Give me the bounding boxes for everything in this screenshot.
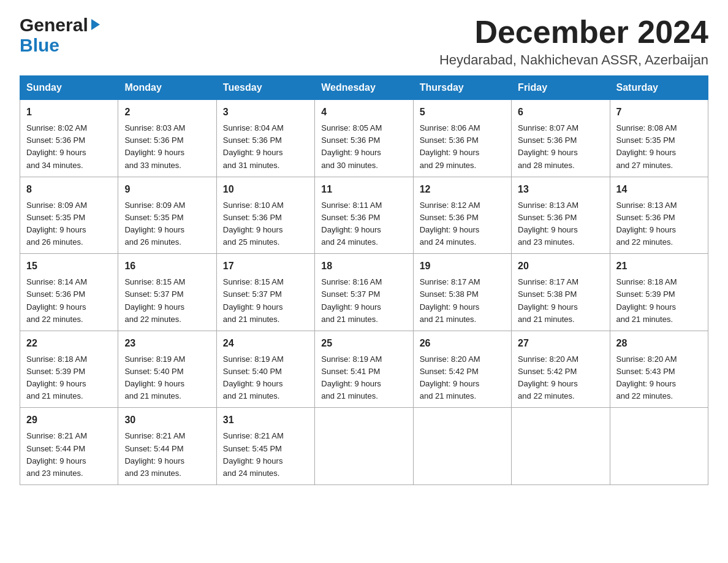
day-info: Sunrise: 8:13 AMSunset: 5:36 PMDaylight:…	[518, 201, 578, 247]
calendar-day-29: 29Sunrise: 8:21 AMSunset: 5:44 PMDayligh…	[20, 408, 118, 485]
calendar-day-25: 25Sunrise: 8:19 AMSunset: 5:41 PMDayligh…	[315, 331, 413, 408]
day-number: 17	[223, 259, 308, 274]
logo-arrow-icon	[90, 18, 101, 34]
day-number: 9	[124, 182, 210, 197]
day-number: 21	[616, 259, 702, 274]
day-number: 31	[223, 413, 308, 427]
day-info: Sunrise: 8:03 AMSunset: 5:36 PMDaylight:…	[124, 123, 185, 169]
calendar-day-12: 12Sunrise: 8:12 AMSunset: 5:36 PMDayligh…	[413, 177, 511, 254]
day-number: 2	[124, 105, 210, 120]
day-number: 22	[26, 336, 112, 351]
day-number: 24	[223, 336, 308, 351]
page-title: December 2024	[439, 15, 708, 50]
calendar-day-31: 31Sunrise: 8:21 AMSunset: 5:45 PMDayligh…	[216, 408, 314, 485]
day-number: 29	[26, 413, 112, 427]
day-number: 18	[321, 259, 406, 274]
day-info: Sunrise: 8:07 AMSunset: 5:36 PMDaylight:…	[518, 123, 578, 169]
day-info: Sunrise: 8:12 AMSunset: 5:36 PMDaylight:…	[420, 201, 480, 247]
day-number: 3	[223, 105, 308, 120]
day-info: Sunrise: 8:19 AMSunset: 5:41 PMDaylight:…	[321, 354, 382, 400]
calendar-week-1: 1Sunrise: 8:02 AMSunset: 5:36 PMDaylight…	[20, 100, 708, 177]
header-friday: Friday	[512, 76, 610, 100]
day-info: Sunrise: 8:14 AMSunset: 5:36 PMDaylight:…	[26, 277, 87, 323]
calendar-day-18: 18Sunrise: 8:16 AMSunset: 5:37 PMDayligh…	[315, 254, 413, 331]
day-info: Sunrise: 8:04 AMSunset: 5:36 PMDaylight:…	[223, 123, 284, 169]
calendar-day-6: 6Sunrise: 8:07 AMSunset: 5:36 PMDaylight…	[512, 100, 610, 177]
calendar-week-3: 15Sunrise: 8:14 AMSunset: 5:36 PMDayligh…	[20, 254, 708, 331]
title-block: December 2024 Heydarabad, Nakhichevan AS…	[439, 15, 708, 68]
calendar-day-20: 20Sunrise: 8:17 AMSunset: 5:38 PMDayligh…	[512, 254, 610, 331]
day-info: Sunrise: 8:21 AMSunset: 5:44 PMDaylight:…	[124, 431, 185, 477]
logo: General Blue	[20, 15, 101, 55]
header-saturday: Saturday	[610, 76, 708, 100]
day-info: Sunrise: 8:13 AMSunset: 5:36 PMDaylight:…	[616, 201, 677, 247]
day-info: Sunrise: 8:16 AMSunset: 5:37 PMDaylight:…	[321, 277, 382, 323]
day-number: 5	[420, 105, 505, 120]
calendar-week-4: 22Sunrise: 8:18 AMSunset: 5:39 PMDayligh…	[20, 331, 708, 408]
calendar-day-14: 14Sunrise: 8:13 AMSunset: 5:36 PMDayligh…	[610, 177, 708, 254]
page-subtitle: Heydarabad, Nakhichevan ASSR, Azerbaijan	[439, 52, 708, 68]
day-info: Sunrise: 8:19 AMSunset: 5:40 PMDaylight:…	[223, 354, 284, 400]
calendar-header-row: SundayMondayTuesdayWednesdayThursdayFrid…	[20, 76, 708, 100]
calendar-day-30: 30Sunrise: 8:21 AMSunset: 5:44 PMDayligh…	[118, 408, 216, 485]
day-info: Sunrise: 8:02 AMSunset: 5:36 PMDaylight:…	[26, 123, 87, 169]
day-info: Sunrise: 8:17 AMSunset: 5:38 PMDaylight:…	[420, 277, 480, 323]
day-number: 7	[616, 105, 702, 120]
calendar-empty	[315, 408, 413, 485]
day-number: 19	[420, 259, 505, 274]
calendar-day-5: 5Sunrise: 8:06 AMSunset: 5:36 PMDaylight…	[413, 100, 511, 177]
calendar-day-15: 15Sunrise: 8:14 AMSunset: 5:36 PMDayligh…	[20, 254, 118, 331]
day-number: 1	[26, 105, 112, 120]
calendar-day-7: 7Sunrise: 8:08 AMSunset: 5:35 PMDaylight…	[610, 100, 708, 177]
day-number: 20	[518, 259, 603, 274]
calendar-day-28: 28Sunrise: 8:20 AMSunset: 5:43 PMDayligh…	[610, 331, 708, 408]
day-number: 23	[124, 336, 210, 351]
day-info: Sunrise: 8:21 AMSunset: 5:44 PMDaylight:…	[26, 431, 87, 477]
day-info: Sunrise: 8:21 AMSunset: 5:45 PMDaylight:…	[223, 431, 284, 477]
day-info: Sunrise: 8:18 AMSunset: 5:39 PMDaylight:…	[616, 277, 677, 323]
calendar-day-19: 19Sunrise: 8:17 AMSunset: 5:38 PMDayligh…	[413, 254, 511, 331]
calendar-day-22: 22Sunrise: 8:18 AMSunset: 5:39 PMDayligh…	[20, 331, 118, 408]
calendar-day-1: 1Sunrise: 8:02 AMSunset: 5:36 PMDaylight…	[20, 100, 118, 177]
header-wednesday: Wednesday	[315, 76, 413, 100]
day-number: 25	[321, 336, 406, 351]
day-info: Sunrise: 8:18 AMSunset: 5:39 PMDaylight:…	[26, 354, 87, 400]
day-info: Sunrise: 8:08 AMSunset: 5:35 PMDaylight:…	[616, 123, 677, 169]
calendar-day-26: 26Sunrise: 8:20 AMSunset: 5:42 PMDayligh…	[413, 331, 511, 408]
day-number: 28	[616, 336, 702, 351]
day-info: Sunrise: 8:19 AMSunset: 5:40 PMDaylight:…	[124, 354, 185, 400]
day-info: Sunrise: 8:20 AMSunset: 5:43 PMDaylight:…	[616, 354, 677, 400]
day-info: Sunrise: 8:09 AMSunset: 5:35 PMDaylight:…	[124, 201, 185, 247]
logo-blue: Blue	[20, 35, 59, 55]
day-info: Sunrise: 8:10 AMSunset: 5:36 PMDaylight:…	[223, 201, 284, 247]
calendar-empty	[512, 408, 610, 485]
page-header: General Blue December 2024 Heydarabad, N…	[20, 15, 708, 68]
day-number: 8	[26, 182, 112, 197]
calendar-day-24: 24Sunrise: 8:19 AMSunset: 5:40 PMDayligh…	[216, 331, 314, 408]
day-info: Sunrise: 8:17 AMSunset: 5:38 PMDaylight:…	[518, 277, 578, 323]
calendar-day-9: 9Sunrise: 8:09 AMSunset: 5:35 PMDaylight…	[118, 177, 216, 254]
calendar-day-21: 21Sunrise: 8:18 AMSunset: 5:39 PMDayligh…	[610, 254, 708, 331]
calendar-table: SundayMondayTuesdayWednesdayThursdayFrid…	[20, 75, 708, 485]
day-number: 30	[124, 413, 210, 427]
header-sunday: Sunday	[20, 76, 118, 100]
day-number: 10	[223, 182, 308, 197]
day-info: Sunrise: 8:15 AMSunset: 5:37 PMDaylight:…	[124, 277, 185, 323]
day-number: 14	[616, 182, 702, 197]
day-number: 12	[420, 182, 505, 197]
calendar-day-17: 17Sunrise: 8:15 AMSunset: 5:37 PMDayligh…	[216, 254, 314, 331]
svg-marker-0	[91, 19, 100, 30]
day-number: 26	[420, 336, 505, 351]
header-monday: Monday	[118, 76, 216, 100]
calendar-day-3: 3Sunrise: 8:04 AMSunset: 5:36 PMDaylight…	[216, 100, 314, 177]
calendar-week-5: 29Sunrise: 8:21 AMSunset: 5:44 PMDayligh…	[20, 408, 708, 485]
day-number: 6	[518, 105, 603, 120]
day-number: 27	[518, 336, 603, 351]
calendar-day-13: 13Sunrise: 8:13 AMSunset: 5:36 PMDayligh…	[512, 177, 610, 254]
calendar-day-11: 11Sunrise: 8:11 AMSunset: 5:36 PMDayligh…	[315, 177, 413, 254]
day-number: 11	[321, 182, 406, 197]
calendar-empty	[610, 408, 708, 485]
calendar-day-27: 27Sunrise: 8:20 AMSunset: 5:42 PMDayligh…	[512, 331, 610, 408]
calendar-day-23: 23Sunrise: 8:19 AMSunset: 5:40 PMDayligh…	[118, 331, 216, 408]
day-number: 15	[26, 259, 112, 274]
